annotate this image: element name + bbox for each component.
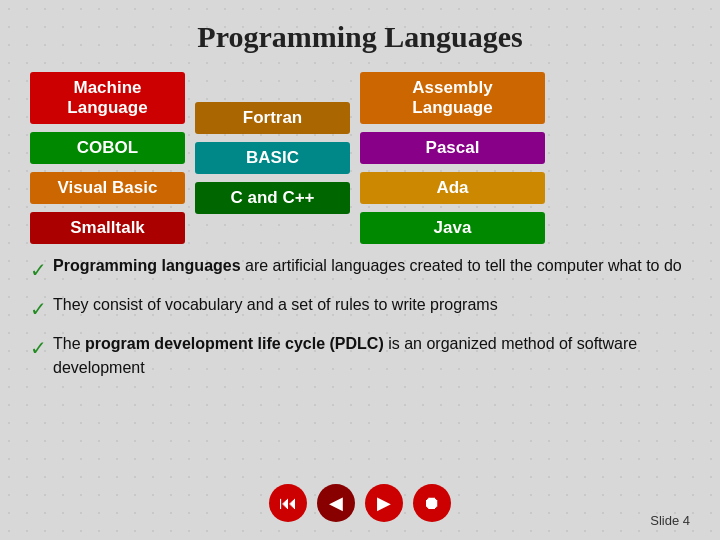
pascal-box: Pascal [360, 132, 545, 164]
fortran-box: Fortran [195, 102, 350, 134]
bullet-3: ✓ The program development life cycle (PD… [30, 332, 690, 380]
bullet-3-text: The program development life cycle (PDLC… [53, 332, 690, 380]
bullet-section: ✓ Programming languages are artificial l… [30, 254, 690, 380]
checkmark-1: ✓ [30, 255, 47, 285]
machine-language-box: Machine Language [30, 72, 185, 124]
bullet-1: ✓ Programming languages are artificial l… [30, 254, 690, 285]
nav-first-button[interactable]: ⏮ [269, 484, 307, 522]
c-and-cpp-box: C and C++ [195, 182, 350, 214]
nav-last-button[interactable]: ⏺ [413, 484, 451, 522]
bullet-2: ✓ They consist of vocabulary and a set o… [30, 293, 690, 324]
slide-number: Slide 4 [650, 513, 690, 528]
slide-footer: ⏮ ◀ ▶ ⏺ [0, 484, 720, 522]
visual-basic-box: Visual Basic [30, 172, 185, 204]
checkmark-3: ✓ [30, 333, 47, 363]
smalltalk-box: Smalltalk [30, 212, 185, 244]
column-1: Machine Language COBOL Visual Basic Smal… [30, 72, 185, 244]
ada-box: Ada [360, 172, 545, 204]
checkmark-2: ✓ [30, 294, 47, 324]
languages-section: Machine Language COBOL Visual Basic Smal… [30, 72, 690, 244]
column-2: Fortran BASIC C and C++ [195, 102, 350, 214]
slide: Programming Languages Machine Language C… [0, 0, 720, 540]
java-box: Java [360, 212, 545, 244]
nav-prev-button[interactable]: ◀ [317, 484, 355, 522]
nav-next-button[interactable]: ▶ [365, 484, 403, 522]
cobol-box: COBOL [30, 132, 185, 164]
bullet-2-text: They consist of vocabulary and a set of … [53, 293, 498, 317]
assembly-language-box: Assembly Language [360, 72, 545, 124]
bullet-1-text: Programming languages are artificial lan… [53, 254, 682, 278]
basic-box: BASIC [195, 142, 350, 174]
slide-title: Programming Languages [30, 20, 690, 54]
column-3: Assembly Language Pascal Ada Java [360, 72, 545, 244]
